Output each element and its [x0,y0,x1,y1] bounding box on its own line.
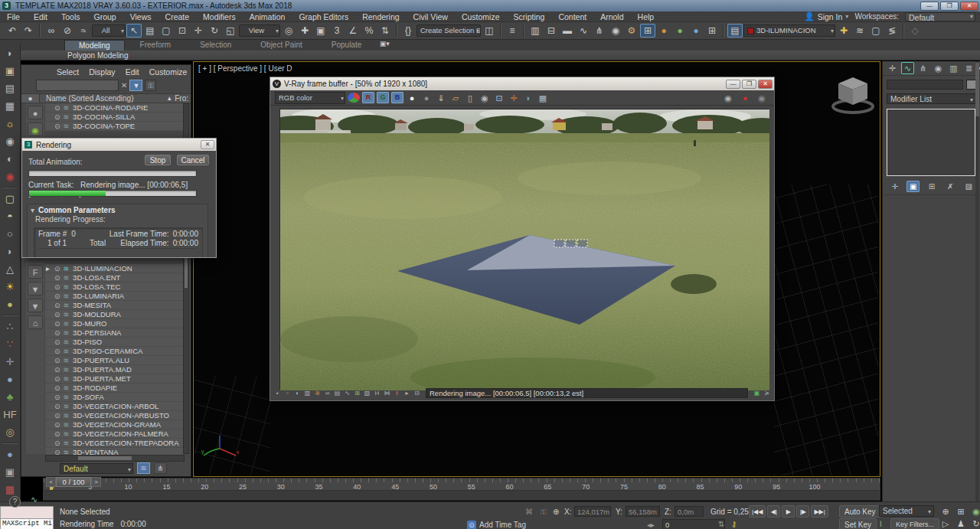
vfb-tool-icon[interactable]: ▪ [273,389,282,397]
go-to-end-button[interactable]: ▶▶| [811,505,828,518]
filter-strike-icon[interactable]: ▼ [28,282,43,296]
start-render-icon[interactable]: ◉ [756,92,768,104]
search-input[interactable] [36,80,119,91]
scrollbar-thumb[interactable] [975,63,979,116]
vfb-tool-icon[interactable]: ⋍ [323,389,332,397]
load-image-icon[interactable]: ▱ [449,92,462,104]
keyboard-shortcut-override-icon[interactable]: ▣ [313,24,328,38]
sphere-material-icon[interactable]: ● [1,296,19,313]
vfb-tool-icon[interactable]: ‖ [393,389,401,397]
play-button[interactable]: ▶ [782,505,795,518]
activeshade-icon[interactable]: ● [688,24,704,38]
menu-item[interactable]: Help [631,12,662,21]
visibility-icon[interactable] [54,113,64,122]
menu-item[interactable]: Tools [54,12,87,21]
layer-row[interactable]: 3D-LUMINARIA [45,292,185,301]
stop-render-icon[interactable]: ● [739,92,751,104]
visibility-icon[interactable] [54,347,64,356]
render-last-icon[interactable]: ◉ [722,92,734,104]
visibility-icon[interactable] [54,439,64,448]
dome-primitive-icon[interactable]: ◓ [1,207,19,225]
menu-item[interactable]: Animation [243,12,292,21]
reference-coordinate-system-dropdown[interactable]: View [239,24,280,37]
visibility-icon[interactable] [54,301,64,310]
hf-tool-icon[interactable]: HF [1,406,19,423]
menu-item[interactable]: File [0,12,27,21]
visibility-icon[interactable] [54,374,64,384]
minimize-button[interactable]: — [920,2,939,11]
track-bar[interactable] [43,491,880,501]
render-last-teapot-icon[interactable]: ◗ [522,92,534,104]
menu-item[interactable]: Customize [455,12,507,21]
viewport-label[interactable]: [ + ] [ Perspective ] [ User D [198,64,292,73]
layer-row[interactable]: 3D-PUERTA.MAD [45,365,185,374]
layer-row[interactable]: 3D-VEGETACION-ARBUSTO [45,411,185,420]
configure-modifier-sets-icon[interactable]: ▨ [962,181,975,192]
select-and-move-icon[interactable]: ✛ [191,24,206,38]
layer-row[interactable]: 3D-COCINA-RODAPIE [45,103,185,113]
layer-row[interactable]: 3D-VEGETACION-ARBOL [45,402,185,411]
menu-item[interactable]: Scripting [507,12,552,21]
new-key-mode-icon[interactable]: ⌇ [879,520,883,528]
close-button[interactable]: ✕ [960,2,978,11]
menu-item[interactable]: Edit [27,12,54,21]
vfb-tool-icon[interactable]: ▤ [333,389,341,397]
snaps-toggle-icon[interactable]: 3 [329,24,345,38]
vfb-tool-icon[interactable]: ∿ [343,389,351,397]
rollout-title[interactable]: Common Parameters [28,204,207,215]
copy-to-clipboard-icon[interactable]: ▯ [464,92,476,104]
teapot-tool-icon[interactable]: ◗ [1,44,19,62]
toggle-scene-explorer-icon[interactable]: ▥ [528,24,543,38]
modifier-stack[interactable] [887,109,975,176]
show-end-result-icon[interactable]: ▣ [906,181,920,192]
menu-item[interactable]: Rendering [355,12,406,21]
common-parameters-rollout[interactable]: Common Parameters Rendering Progress: Fr… [27,204,208,258]
menu-item[interactable]: Group [87,12,123,21]
help-icon[interactable]: ? [9,496,21,508]
pin-stack-icon[interactable]: ✛ [888,181,901,192]
vfb-tool-icon[interactable]: ▸ [403,389,411,397]
vfb-tool-icon[interactable]: ◐ [293,389,302,397]
visibility-icon[interactable] [54,292,64,301]
isolate-selection-icon[interactable]: ◇ [907,24,923,38]
panel-scrollbar[interactable] [975,61,979,501]
dialog-title-bar[interactable]: 3 Rendering ✕ [22,139,216,151]
select-and-scale-icon[interactable]: ◱ [223,24,238,38]
menu-item[interactable]: Content [551,12,593,21]
layer-row[interactable]: 3D-PUERTA.MET [45,374,185,384]
isolate-toggle-icon[interactable]: ⌘ [525,508,533,516]
remove-modifier-icon[interactable]: ✗ [944,181,957,192]
grass-icon[interactable]: ♣ [1,388,19,406]
auto-key-button[interactable]: Auto Key [839,505,881,518]
visibility-icon[interactable] [54,273,64,282]
mini-curve-editor-icon[interactable]: ∿ [31,495,38,505]
vfb-tool-icon[interactable]: ▧ [363,389,371,397]
lock-icon[interactable]: ⚿ [145,80,156,91]
percent-snap-icon[interactable]: % [361,24,377,38]
viewcube[interactable] [831,73,875,116]
explorer-menu-item[interactable]: Display [89,67,115,77]
menu-item[interactable]: Graph Editors [292,12,355,21]
shading-tool-icon[interactable]: ◐ [1,150,19,168]
sign-in-button[interactable]: 👤Sign In▾ [805,11,849,21]
sun-icon[interactable]: ☀ [1,278,19,296]
spreadsheet-tool-icon[interactable]: ▦ [1,97,19,115]
list-tool-icon[interactable]: ▤ [1,80,19,97]
layer-row[interactable]: 3D-PISO [45,338,185,347]
tab-motion[interactable]: ◉ [932,62,945,74]
channel-dropdown[interactable]: RGB color [275,92,345,104]
render-production-icon[interactable]: ● [656,24,671,38]
filter-button[interactable]: ▼ [129,80,142,91]
selection-set-dropdown[interactable]: Selected [879,505,934,517]
layer-row[interactable]: 3D-VEGETACION-PALMERA [45,429,185,439]
add-selection-to-layer-icon[interactable]: ≋ [852,24,867,38]
tab-create[interactable]: ✛ [886,62,899,74]
polygon-modeling-bar[interactable]: Polygon Modeling [0,51,980,60]
maxscript-mini-listener[interactable]: MAXScript Mi [0,506,54,529]
set-current-layer-icon[interactable]: ≶ [884,24,900,38]
vfb-tool-icon[interactable]: ⊟ [413,389,421,397]
y-coordinate-field[interactable]: 56,158m [626,506,660,517]
toggle-layer-explorer-icon[interactable]: ⊟ [544,24,559,38]
select-object-icon[interactable]: ↖ [126,24,142,38]
visibility-icon[interactable] [54,328,64,338]
